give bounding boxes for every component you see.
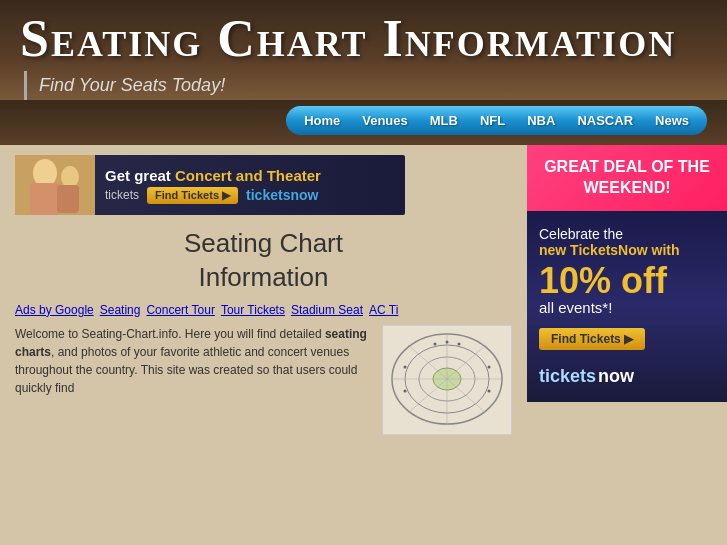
svg-point-2: [61, 166, 79, 188]
venue-image: [382, 325, 512, 435]
nav-home[interactable]: Home: [294, 110, 350, 131]
main-wrapper: Get great Concert and Theater tickets Fi…: [0, 145, 727, 545]
page-title-area: Seating ChartInformation: [15, 227, 512, 295]
nav-nascar[interactable]: NASCAR: [567, 110, 643, 131]
ad-text-area: Get great Concert and Theater tickets Fi…: [95, 161, 331, 210]
ad-sub-text: tickets Find Tickets ▶ ticketsnow: [105, 187, 321, 204]
brand-now: now: [598, 366, 634, 387]
content-body: Welcome to Seating-Chart.info. Here you …: [15, 325, 512, 435]
promo-banner: GREAT DEAL OF THE WEEKEND!: [527, 145, 727, 211]
nav-bar: Home Venues MLB NFL NBA NASCAR News: [0, 100, 727, 145]
ad-image: [15, 155, 95, 215]
svg-rect-3: [30, 183, 60, 215]
ads-by-google-link[interactable]: Ads by Google: [15, 303, 94, 317]
svg-point-1: [33, 159, 57, 187]
svg-point-19: [403, 390, 406, 393]
tagline: Find Your Seats Today!: [39, 75, 225, 95]
ad-ticketsnow: ticketsnow: [246, 187, 318, 203]
nav-venues[interactable]: Venues: [352, 110, 418, 131]
ad-link-tour-tickets[interactable]: Tour Tickets: [221, 303, 285, 317]
ad-find-tickets-button[interactable]: Find Tickets ▶: [147, 187, 238, 204]
discount-text: 10% off: [539, 263, 715, 299]
svg-point-17: [403, 366, 406, 369]
all-events-text: all events*!: [539, 299, 715, 316]
ad-main-text: Get great Concert and Theater: [105, 167, 321, 184]
nav-container: Home Venues MLB NFL NBA NASCAR News: [286, 106, 707, 135]
tagline-bar: Find Your Seats Today!: [24, 71, 707, 100]
svg-rect-4: [57, 185, 79, 213]
nav-news[interactable]: News: [645, 110, 699, 131]
ad-tickets-label: tickets: [105, 188, 139, 202]
nav-nba[interactable]: NBA: [517, 110, 565, 131]
ad-banner[interactable]: Get great Concert and Theater tickets Fi…: [15, 155, 405, 215]
sidebar: GREAT DEAL OF THE WEEKEND! Celebrate the…: [527, 145, 727, 545]
celebrate-text: Celebrate the new TicketsNow with: [539, 226, 715, 258]
ad-link-concert-tour[interactable]: Concert Tour: [146, 303, 214, 317]
svg-point-14: [445, 341, 448, 344]
text-content: Welcome to Seating-Chart.info. Here you …: [15, 325, 372, 435]
ad-link-ac-ti[interactable]: AC Ti: [369, 303, 398, 317]
seating-chart-image: [385, 327, 510, 432]
ad-link-stadium-seat[interactable]: Stadium Seat: [291, 303, 363, 317]
sidebar-find-tickets-button[interactable]: Find Tickets ▶: [539, 328, 645, 350]
nav-mlb[interactable]: MLB: [420, 110, 468, 131]
site-header: Seating Chart Information Find Your Seat…: [0, 0, 727, 100]
tickets-promo: Celebrate the new TicketsNow with 10% of…: [527, 211, 727, 402]
nav-nfl[interactable]: NFL: [470, 110, 515, 131]
content-area: Get great Concert and Theater tickets Fi…: [0, 145, 527, 545]
body-text: Welcome to Seating-Chart.info. Here you …: [15, 327, 367, 395]
svg-point-16: [457, 343, 460, 346]
svg-point-15: [433, 343, 436, 346]
ad-link-seating[interactable]: Seating: [100, 303, 141, 317]
page-title: Seating ChartInformation: [15, 227, 512, 295]
google-ads-row: Ads by Google Seating Concert Tour Tour …: [15, 303, 512, 317]
svg-point-18: [487, 366, 490, 369]
ad-highlight: Concert and Theater: [175, 167, 321, 184]
site-title: Seating Chart Information: [20, 10, 707, 67]
celebrate-label: Celebrate the: [539, 226, 623, 242]
new-highlight: new TicketsNow with: [539, 242, 680, 258]
svg-point-20: [487, 390, 490, 393]
ticketsnow-branding: tickets now: [539, 366, 715, 387]
brand-tickets: tickets: [539, 366, 596, 387]
